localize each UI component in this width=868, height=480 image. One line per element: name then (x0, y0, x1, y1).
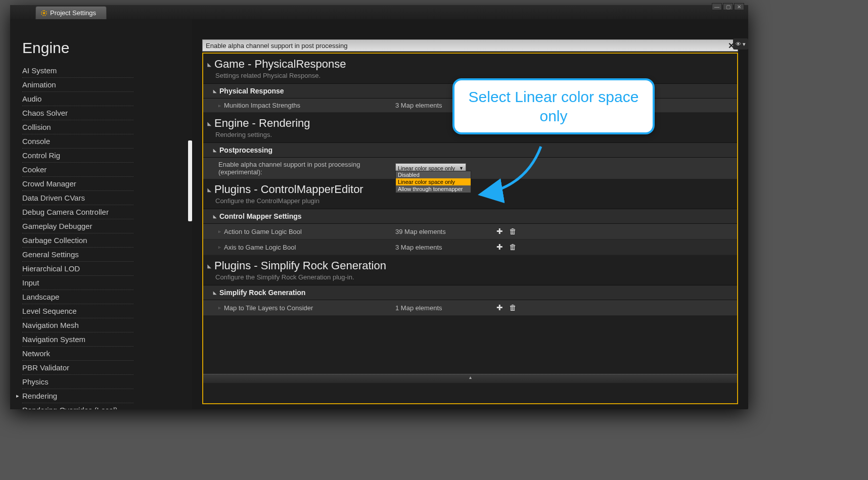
maximize-button[interactable]: ▢ (723, 3, 733, 10)
setting-label: Munition Impact Strengths (218, 102, 395, 109)
sidebar-item-level-sequence[interactable]: Level Sequence (22, 304, 133, 318)
sidebar-item-gameplay-debugger[interactable]: Gameplay Debugger (22, 219, 133, 233)
view-options-button[interactable]: 👁 ▾ (733, 38, 748, 50)
sidebar-item-animation[interactable]: Animation (22, 78, 133, 92)
sidebar-item-input[interactable]: Input (22, 276, 133, 290)
section-title[interactable]: Plugins - Simplify Rock Generation (203, 255, 737, 273)
setting-label: Axis to Game Logic Bool (218, 244, 395, 251)
sidebar-heading: Engine (22, 39, 192, 57)
sidebar-item-pbr-validator[interactable]: PBR Validator (22, 361, 133, 375)
gear-icon (41, 10, 47, 16)
add-icon[interactable]: ✚ (496, 243, 503, 252)
tab-project-settings[interactable]: Project Settings (35, 6, 107, 19)
setting-value: 39 Map elements (395, 228, 496, 235)
search-bar[interactable]: Enable alpha channel support in post pro… (202, 39, 738, 52)
setting-label: Action to Game Logic Bool (218, 228, 395, 235)
delete-icon[interactable]: 🗑 (509, 303, 517, 312)
settings-sidebar: Engine AI SystemAnimationAudioChaos Solv… (10, 19, 192, 409)
sidebar-item-rendering[interactable]: Rendering (22, 389, 133, 403)
add-icon[interactable]: ✚ (496, 227, 503, 236)
sidebar-item-chaos-solver[interactable]: Chaos Solver (22, 106, 133, 120)
tab-label: Project Settings (50, 9, 96, 17)
setting-controls: ✚🗑 (496, 227, 542, 236)
setting-controls: ✚🗑 (496, 243, 542, 252)
sidebar-item-network[interactable]: Network (22, 347, 133, 361)
sidebar-item-collision[interactable]: Collision (22, 120, 133, 134)
sidebar-item-ai-system[interactable]: AI System (22, 64, 133, 78)
sidebar-item-landscape[interactable]: Landscape (22, 290, 133, 304)
setting-controls: ✚🗑 (496, 303, 542, 312)
dropdown-option[interactable]: Allow through tonemapper (396, 185, 471, 193)
section-description: Configure the Simplify Rock Generation p… (203, 273, 737, 285)
window-buttons: — ▢ ✕ (712, 3, 744, 10)
sidebar-item-control-rig[interactable]: Control Rig (22, 149, 133, 163)
setting-row: Action to Game Logic Bool39 Map elements… (203, 224, 737, 239)
sidebar-item-audio[interactable]: Audio (22, 92, 133, 106)
sidebar-item-garbage-collection[interactable]: Garbage Collection (22, 233, 133, 248)
sidebar-item-navigation-system[interactable]: Navigation System (22, 332, 133, 347)
sidebar-item-data-driven-cvars[interactable]: Data Driven CVars (22, 191, 133, 205)
section-title[interactable]: Game - PhysicalResponse (203, 54, 737, 72)
group-header[interactable]: Simplify Rock Generation (203, 285, 737, 300)
delete-icon[interactable]: 🗑 (509, 243, 517, 252)
tab-bar: Project Settings (10, 5, 748, 19)
sidebar-item-physics[interactable]: Physics (22, 375, 133, 389)
setting-value: 1 Map elements (395, 304, 496, 312)
minimize-button[interactable]: — (712, 3, 722, 10)
sidebar-item-crowd-manager[interactable]: Crowd Manager (22, 177, 133, 191)
sidebar-item-general-settings[interactable]: General Settings (22, 248, 133, 262)
annotation-callout: Select Linear color space only (452, 78, 655, 134)
sidebar-scrollbar[interactable] (188, 140, 192, 221)
expand-handle[interactable]: ▴ (203, 374, 737, 383)
sidebar-item-cooker[interactable]: Cooker (22, 163, 133, 177)
setting-value: 3 Map elements (395, 244, 496, 251)
dropdown-option[interactable]: Disabled (396, 171, 471, 178)
setting-label: Enable alpha channel support in post pro… (218, 161, 395, 176)
dropdown-menu: DisabledLinear color space onlyAllow thr… (395, 171, 471, 193)
sidebar-item-navigation-mesh[interactable]: Navigation Mesh (22, 318, 133, 332)
sidebar-item-rendering-overrides-local-[interactable]: Rendering Overrides (Local) (22, 403, 133, 409)
sidebar-item-hierarchical-lod[interactable]: Hierarchical LOD (22, 262, 133, 276)
dropdown-option[interactable]: Linear color space only (396, 178, 471, 185)
setting-row: Axis to Game Logic Bool3 Map elements✚🗑 (203, 239, 737, 255)
sidebar-item-console[interactable]: Console (22, 134, 133, 149)
annotation-arrow (465, 147, 546, 217)
add-icon[interactable]: ✚ (496, 303, 503, 312)
search-text: Enable alpha channel support in post pro… (206, 42, 347, 50)
setting-label: Map to Tile Layers to Consider (218, 304, 395, 312)
sidebar-item-debug-camera-controller[interactable]: Debug Camera Controller (22, 205, 133, 219)
delete-icon[interactable]: 🗑 (509, 227, 517, 236)
callout-text: Select Linear color space only (469, 88, 639, 124)
close-window-button[interactable]: ✕ (734, 3, 744, 10)
setting-row: Map to Tile Layers to Consider1 Map elem… (203, 300, 737, 316)
